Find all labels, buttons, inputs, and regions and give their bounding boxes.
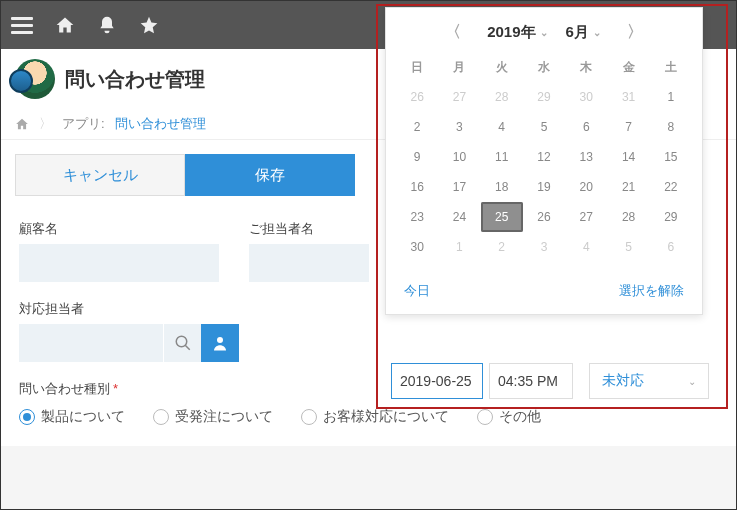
datetime-row: 未対応 ⌄ bbox=[391, 363, 709, 399]
date-input[interactable] bbox=[391, 363, 483, 399]
day-30[interactable]: 30 bbox=[396, 232, 438, 262]
day-1[interactable]: 1 bbox=[650, 82, 692, 112]
day-26[interactable]: 26 bbox=[523, 202, 565, 232]
breadcrumb-sep: 〉 bbox=[39, 115, 52, 133]
search-icon[interactable] bbox=[163, 324, 201, 362]
day-prev-month[interactable]: 29 bbox=[523, 82, 565, 112]
menu-icon[interactable] bbox=[11, 17, 33, 34]
today-link[interactable]: 今日 bbox=[404, 282, 430, 300]
radio-product[interactable]: 製品について bbox=[19, 408, 125, 426]
dow-header: 金 bbox=[607, 53, 649, 82]
day-2[interactable]: 2 bbox=[396, 112, 438, 142]
day-22[interactable]: 22 bbox=[650, 172, 692, 202]
label-customer: 顧客名 bbox=[19, 220, 219, 238]
day-next-month[interactable]: 3 bbox=[523, 232, 565, 262]
day-prev-month[interactable]: 26 bbox=[396, 82, 438, 112]
day-11[interactable]: 11 bbox=[481, 142, 523, 172]
day-20[interactable]: 20 bbox=[565, 172, 607, 202]
next-month-icon[interactable]: 〉 bbox=[619, 22, 651, 43]
day-24[interactable]: 24 bbox=[438, 202, 480, 232]
day-prev-month[interactable]: 27 bbox=[438, 82, 480, 112]
breadcrumb-app-prefix: アプリ: bbox=[62, 115, 105, 133]
radio-order[interactable]: 受発注について bbox=[153, 408, 273, 426]
cancel-button[interactable]: キャンセル bbox=[15, 154, 185, 196]
dow-header: 日 bbox=[396, 53, 438, 82]
status-select[interactable]: 未対応 ⌄ bbox=[589, 363, 709, 399]
day-16[interactable]: 16 bbox=[396, 172, 438, 202]
dow-header: 火 bbox=[481, 53, 523, 82]
svg-point-2 bbox=[217, 337, 223, 343]
bell-icon[interactable] bbox=[97, 15, 117, 35]
day-next-month[interactable]: 5 bbox=[607, 232, 649, 262]
day-next-month[interactable]: 6 bbox=[650, 232, 692, 262]
day-17[interactable]: 17 bbox=[438, 172, 480, 202]
day-19[interactable]: 19 bbox=[523, 172, 565, 202]
day-10[interactable]: 10 bbox=[438, 142, 480, 172]
contact-input[interactable] bbox=[249, 244, 369, 282]
save-button[interactable]: 保存 bbox=[185, 154, 355, 196]
dow-header: 水 bbox=[523, 53, 565, 82]
time-input[interactable] bbox=[489, 363, 573, 399]
day-28[interactable]: 28 bbox=[607, 202, 649, 232]
page-title: 問い合わせ管理 bbox=[65, 66, 205, 93]
day-25[interactable]: 25 bbox=[481, 202, 523, 232]
day-14[interactable]: 14 bbox=[607, 142, 649, 172]
chevron-down-icon: ⌄ bbox=[688, 376, 696, 387]
radio-support[interactable]: お客様対応について bbox=[301, 408, 449, 426]
day-9[interactable]: 9 bbox=[396, 142, 438, 172]
day-5[interactable]: 5 bbox=[523, 112, 565, 142]
home-icon[interactable] bbox=[55, 15, 75, 35]
star-icon[interactable] bbox=[139, 15, 159, 35]
day-prev-month[interactable]: 30 bbox=[565, 82, 607, 112]
day-8[interactable]: 8 bbox=[650, 112, 692, 142]
day-next-month[interactable]: 2 bbox=[481, 232, 523, 262]
day-next-month[interactable]: 4 bbox=[565, 232, 607, 262]
label-assignee: 対応担当者 bbox=[19, 300, 239, 318]
day-29[interactable]: 29 bbox=[650, 202, 692, 232]
day-6[interactable]: 6 bbox=[565, 112, 607, 142]
user-picker-icon[interactable] bbox=[201, 324, 239, 362]
day-18[interactable]: 18 bbox=[481, 172, 523, 202]
day-21[interactable]: 21 bbox=[607, 172, 649, 202]
month-select[interactable]: 6月⌄ bbox=[566, 23, 601, 42]
day-15[interactable]: 15 bbox=[650, 142, 692, 172]
day-13[interactable]: 13 bbox=[565, 142, 607, 172]
app-icon bbox=[15, 59, 55, 99]
svg-line-1 bbox=[185, 345, 190, 350]
day-prev-month[interactable]: 31 bbox=[607, 82, 649, 112]
day-3[interactable]: 3 bbox=[438, 112, 480, 142]
year-select[interactable]: 2019年⌄ bbox=[487, 23, 547, 42]
clear-link[interactable]: 選択を解除 bbox=[619, 282, 684, 300]
day-23[interactable]: 23 bbox=[396, 202, 438, 232]
assignee-input[interactable] bbox=[19, 324, 163, 362]
day-prev-month[interactable]: 28 bbox=[481, 82, 523, 112]
day-next-month[interactable]: 1 bbox=[438, 232, 480, 262]
day-4[interactable]: 4 bbox=[481, 112, 523, 142]
day-27[interactable]: 27 bbox=[565, 202, 607, 232]
day-12[interactable]: 12 bbox=[523, 142, 565, 172]
date-picker: 〈 2019年⌄ 6月⌄ 〉 日月火水木金土262728293031123456… bbox=[385, 7, 703, 315]
radio-other[interactable]: その他 bbox=[477, 408, 541, 426]
breadcrumb-app-link[interactable]: 問い合わせ管理 bbox=[115, 115, 206, 133]
breadcrumb-home-icon[interactable] bbox=[15, 117, 29, 131]
dow-header: 土 bbox=[650, 53, 692, 82]
svg-point-0 bbox=[176, 336, 187, 347]
dow-header: 木 bbox=[565, 53, 607, 82]
day-7[interactable]: 7 bbox=[607, 112, 649, 142]
dow-header: 月 bbox=[438, 53, 480, 82]
prev-month-icon[interactable]: 〈 bbox=[437, 22, 469, 43]
customer-input[interactable] bbox=[19, 244, 219, 282]
